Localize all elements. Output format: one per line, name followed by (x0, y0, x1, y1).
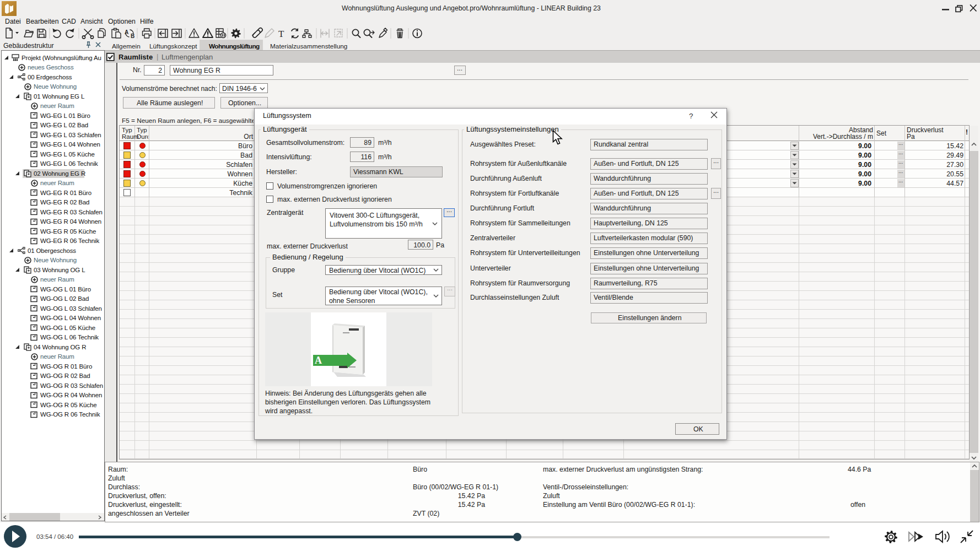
svg-text:B: B (131, 33, 134, 39)
svg-text:T: T (278, 29, 284, 39)
svg-text:A: A (125, 29, 128, 35)
